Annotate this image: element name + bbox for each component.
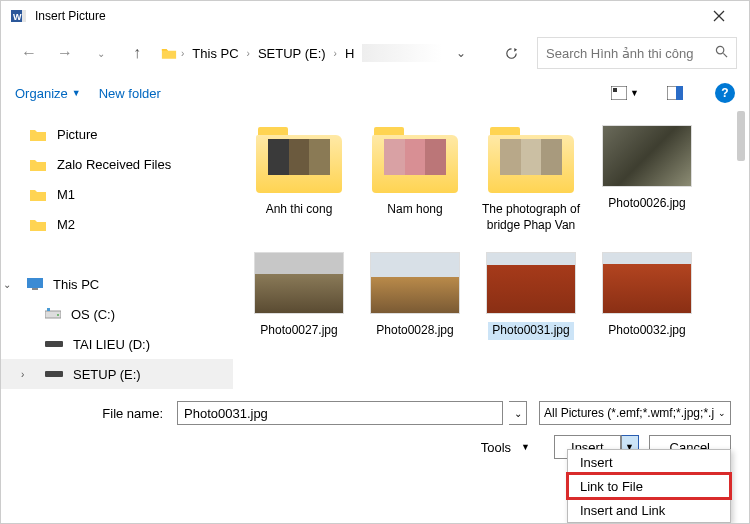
sidebar-item-drive[interactable]: ›TAI LIEU (D:) [1,329,233,359]
breadcrumb-item[interactable]: H [341,44,358,63]
dropdown-item-insert-and-link[interactable]: Insert and Link [568,498,730,522]
folder-thumb [488,125,574,193]
caret-down-icon: ▼ [72,88,81,98]
caret-down-icon: ▼ [630,88,639,98]
disk-icon [45,371,63,377]
svg-text:W: W [13,12,22,22]
photo-thumb [254,252,344,314]
new-folder-button[interactable]: New folder [99,86,161,101]
sidebar-label: M2 [57,217,75,232]
photo-item[interactable]: Photo0032.jpg [591,252,703,340]
chevron-icon: › [334,48,337,59]
window-title: Insert Picture [35,9,699,23]
search-input[interactable] [546,46,715,61]
sidebar: Picture Zalo Received Files M1 M2 ⌄This … [1,111,233,391]
up-button[interactable]: ↑ [121,37,153,69]
insert-dropdown-menu: Insert Link to File Insert and Link [567,449,731,523]
preview-pane-button[interactable] [661,81,689,105]
sidebar-label: Zalo Received Files [57,157,171,172]
tools-label: Tools [481,440,511,455]
search-box[interactable] [537,37,737,69]
breadcrumb-item[interactable]: This PC [188,44,242,63]
photo-item[interactable]: Photo0028.jpg [359,252,471,340]
organize-label: Organize [15,86,68,101]
folder-icon [29,217,47,232]
sidebar-item[interactable]: M1 [1,179,233,209]
folder-thumb [372,125,458,193]
folder-item[interactable]: Anh thi cong [243,125,355,234]
sidebar-item[interactable]: Picture [1,119,233,149]
svg-rect-2 [22,10,26,22]
photo-thumb [486,252,576,314]
chevron-down-icon[interactable]: ⌄ [3,279,13,290]
svg-point-15 [57,314,59,316]
sidebar-item[interactable]: M2 [1,209,233,239]
folder-icon [161,46,177,60]
folder-icon [29,187,47,202]
filename-label: File name: [19,406,171,421]
tools-button[interactable]: Tools [481,440,511,455]
sidebar-item[interactable]: Zalo Received Files [1,149,233,179]
breadcrumb-fade [362,44,442,62]
word-app-icon: W [11,8,27,24]
organize-button[interactable]: Organize▼ [15,86,81,101]
recent-dropdown[interactable]: ⌄ [85,37,117,69]
breadcrumb[interactable]: › This PC › SETUP (E:) › H ⌄ [157,37,491,69]
chevron-right-icon[interactable]: › [21,369,31,380]
sidebar-item-drive[interactable]: ›SETUP (E:) [1,359,233,389]
sidebar-label: SETUP (E:) [73,367,141,382]
sidebar-label: OS (C:) [71,307,115,322]
photo-item[interactable]: Photo0026.jpg [591,125,703,234]
sidebar-item-thispc[interactable]: ⌄This PC [1,269,233,299]
svg-rect-14 [47,308,50,311]
sidebar-item-drive[interactable]: ›OS (C:) [1,299,233,329]
scrollbar[interactable] [737,111,745,161]
svg-rect-12 [32,288,38,290]
item-label: Photo0031.jpg [488,322,573,340]
photo-thumb [602,252,692,314]
refresh-button[interactable] [495,37,527,69]
item-label: The photograph of bridge Phap Van [477,201,585,234]
caret-down-icon: ⌄ [718,408,726,418]
svg-point-5 [716,46,723,53]
chevron-icon: › [181,48,184,59]
item-label: Anh thi cong [262,201,337,219]
file-grid[interactable]: Anh thi congNam hongThe photograph of br… [233,111,749,391]
sidebar-label: TAI LIEU (D:) [73,337,150,352]
photo-thumb [602,125,692,187]
disk-icon [45,341,63,347]
dropdown-item-insert[interactable]: Insert [568,450,730,474]
svg-rect-10 [676,86,683,100]
drive-icon [45,308,61,320]
svg-rect-8 [613,88,617,92]
svg-line-6 [723,53,727,57]
folder-item[interactable]: Nam hong [359,125,471,234]
dropdown-item-link-to-file[interactable]: Link to File [568,474,730,498]
caret-down-icon: ▼ [521,442,530,452]
sidebar-label: This PC [53,277,99,292]
breadcrumb-item[interactable]: SETUP (E:) [254,44,330,63]
filter-label: All Pictures (*.emf;*.wmf;*.jpg;*.j [544,406,714,420]
sidebar-label: M1 [57,187,75,202]
item-label: Photo0027.jpg [256,322,341,340]
chevron-icon: › [247,48,250,59]
photo-thumb [370,252,460,314]
view-mode-button[interactable]: ▼ [611,81,639,105]
help-button[interactable]: ? [715,83,735,103]
back-button[interactable]: ← [13,37,45,69]
photo-item[interactable]: Photo0031.jpg [475,252,587,340]
folder-icon [29,157,47,172]
filename-dropdown[interactable]: ⌄ [509,401,527,425]
item-label: Photo0032.jpg [604,322,689,340]
sidebar-label: Picture [57,127,97,142]
filename-input[interactable] [177,401,503,425]
breadcrumb-dropdown[interactable]: ⌄ [456,46,466,60]
file-type-filter[interactable]: All Pictures (*.emf;*.wmf;*.jpg;*.j⌄ [539,401,731,425]
forward-button[interactable]: → [49,37,81,69]
folder-item[interactable]: The photograph of bridge Phap Van [475,125,587,234]
folder-thumb [256,125,342,193]
item-label: Photo0028.jpg [372,322,457,340]
close-button[interactable] [699,1,739,31]
search-icon[interactable] [715,45,728,61]
photo-item[interactable]: Photo0027.jpg [243,252,355,340]
